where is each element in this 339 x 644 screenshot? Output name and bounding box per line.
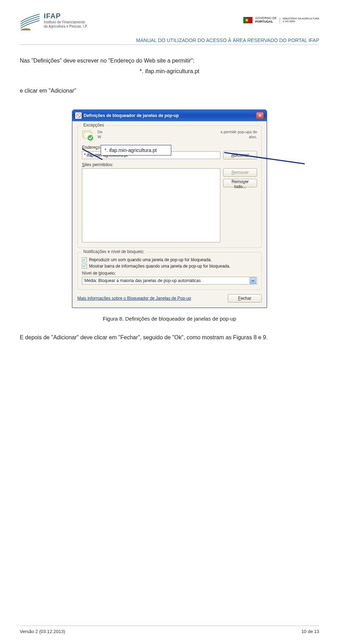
- exceptions-fieldset: Excepções De W s permitir po: [77, 125, 262, 248]
- more-info-link[interactable]: Mais informações sobre o Bloqueador de J…: [77, 296, 191, 301]
- paragraph-1-value: *. ifap.min-agricultura.pt: [20, 66, 319, 77]
- gov-logo-block: GOVERNO DE PORTUGAL MINISTÉRIO DA AGRICU…: [243, 17, 319, 24]
- footer-version: Versão 2 (03.12.2013): [20, 629, 65, 634]
- portugal-flag-icon: [243, 17, 252, 23]
- exceptions-legend: Excepções: [81, 123, 106, 128]
- footer-page: 10 de 13: [301, 629, 319, 634]
- paragraph-1: Nas "Definições" deve escrever no "Ender…: [20, 55, 319, 66]
- dialog-title: Definições de bloqueador de janelas de p…: [84, 113, 179, 118]
- allowed-sites-label: Sites permitidos:: [82, 162, 257, 167]
- header-divider: [20, 45, 319, 45]
- notifications-fieldset: Notificações e nível de bloqueio: ✓ Repr…: [77, 252, 262, 290]
- min-line1: MINISTÉRIO DA AGRICULTURA: [283, 17, 319, 20]
- checkbox-sound-label: Reproduzir um som quando uma janela de p…: [89, 257, 212, 262]
- paragraph-3: E depois de "Adicionar" deve clicar em "…: [20, 332, 319, 343]
- figure-8-wrap: *. ifap.min-agricultura.pt 🚫 Definições …: [55, 110, 284, 308]
- svg-point-2: [245, 19, 248, 22]
- ifap-sub2: da Agricultura e Pescas, I.P.: [44, 24, 88, 29]
- page-root: IFAP Instituto de Financiamento da Agric…: [0, 0, 339, 644]
- gov-line2: PORTUGAL: [255, 20, 277, 24]
- block-level-label: Nível de bloqueio:: [82, 271, 257, 276]
- checkbox-infobar-label: Mostrar barra de informações quando uma …: [89, 264, 230, 269]
- min-line2: E DO MAR: [283, 20, 319, 23]
- block-level-select[interactable]: Média: Bloquear a maioria das janelas de…: [82, 277, 257, 285]
- notifications-legend: Notificações e nível de bloqueio:: [81, 249, 147, 254]
- ifap-sub1: Instituto de Financiamento: [44, 20, 88, 24]
- exc-text-left: De W: [97, 129, 102, 140]
- chevron-down-icon: [250, 277, 256, 284]
- ifap-logo-block: IFAP Instituto de Financiamento da Agric…: [20, 10, 88, 30]
- allowed-sites-list[interactable]: [82, 168, 220, 242]
- ifap-title: IFAP: [44, 12, 88, 20]
- page-header: IFAP Instituto de Financiamento da Agric…: [20, 10, 319, 30]
- checkbox-sound[interactable]: ✓: [82, 257, 87, 262]
- close-button[interactable]: Fechar: [228, 294, 262, 303]
- remove-all-button[interactable]: Remover tudo...: [223, 179, 257, 187]
- svg-point-5: [88, 135, 93, 141]
- popup-blocker-dialog: 🚫 Definições de bloqueador de janelas de…: [72, 110, 267, 308]
- close-icon[interactable]: ✕: [256, 112, 264, 119]
- page-footer: Versão 2 (03.12.2013) 10 de 13: [20, 626, 319, 634]
- paragraph-2: e clicar em "Adicionar": [20, 86, 319, 96]
- shield-check-icon: [82, 129, 94, 141]
- remove-button[interactable]: Remover: [223, 168, 257, 177]
- ifap-logo-icon: [20, 10, 40, 30]
- block-level-value: Média: Bloquear a maioria das janelas de…: [84, 278, 201, 283]
- callout-box: *. ifap.min-agricultura.pt: [101, 145, 171, 156]
- manual-title: MANUAL DO UTILIZADOR DO ACESSO À ÁREA RE…: [20, 37, 319, 45]
- checkbox-infobar[interactable]: ✓: [82, 264, 87, 269]
- dialog-icon: 🚫: [75, 112, 82, 119]
- figure-8-caption: Figura 8. Definições de bloqueador de ja…: [20, 316, 319, 322]
- dialog-titlebar: 🚫 Definições de bloqueador de janelas de…: [72, 110, 267, 121]
- exc-text-right: s permitir pop-ups de aixo.: [221, 129, 257, 140]
